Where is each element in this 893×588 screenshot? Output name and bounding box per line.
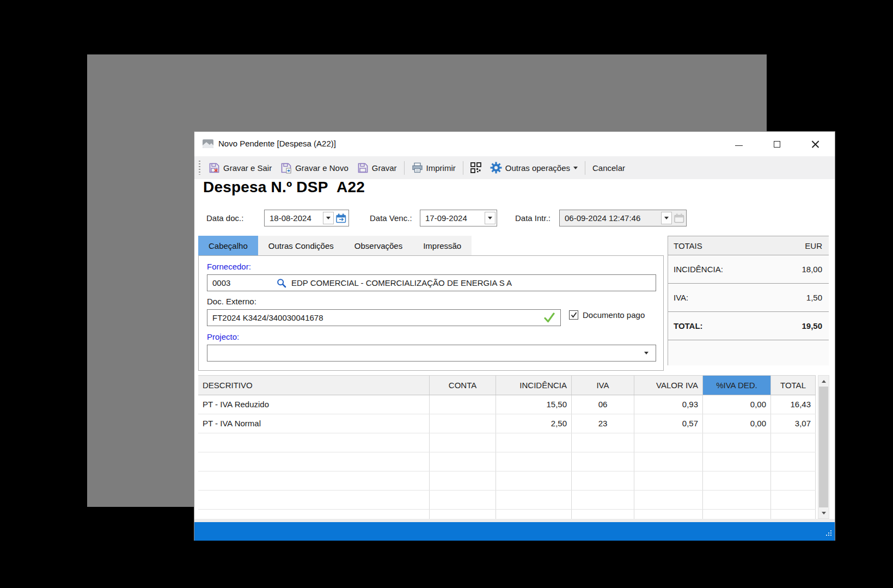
totais-title: TOTAIS — [674, 241, 702, 250]
col-valor-iva[interactable]: VALOR IVA — [634, 376, 703, 395]
cell-iva[interactable]: 23 — [572, 414, 634, 433]
incidencia-label: INCIDÊNCIA: — [674, 265, 723, 274]
chevron-down-icon — [573, 167, 578, 169]
scroll-up-button[interactable] — [818, 376, 829, 387]
resize-grip[interactable] — [826, 535, 827, 536]
cell-iva[interactable]: 06 — [572, 395, 634, 414]
doc-externo-label: Doc. Externo: — [207, 297, 256, 306]
qr-code-icon — [470, 162, 481, 173]
chevron-down-icon — [664, 217, 669, 219]
data-intr-field: 06-09-2024 12:47:46 — [559, 210, 687, 226]
documento-pago-checkbox[interactable]: Documento pago — [569, 310, 645, 320]
gravar-e-sair-button[interactable]: Gravar e Sair — [204, 160, 276, 176]
maximize-button[interactable] — [764, 132, 790, 156]
checkbox-checked-icon — [569, 310, 578, 320]
total-label: TOTAL: — [674, 321, 703, 330]
table-row-empty[interactable] — [198, 491, 816, 510]
table-row-empty[interactable] — [198, 471, 816, 491]
totais-row-iva: IVA: 1,50 — [668, 284, 829, 312]
iva-value: 1,50 — [806, 293, 822, 302]
documento-pago-label: Documento pago — [583, 310, 645, 320]
table-row[interactable]: PT - IVA Reduzido 15,50 06 0,93 0,00 16,… — [198, 395, 816, 414]
iva-label: IVA: — [674, 293, 688, 302]
toolbar-grip[interactable] — [199, 161, 200, 175]
data-venc-field[interactable]: 17-09-2024 — [420, 210, 497, 226]
col-conta[interactable]: CONTA — [430, 376, 496, 395]
data-doc-field[interactable]: 18-08-2024 — [264, 210, 349, 226]
gravar-button[interactable]: Gravar — [353, 160, 401, 176]
header-form-panel: Fornecedor: 0003 EDP COMERCIAL - COMERCI… — [198, 255, 664, 371]
tab-strip: Cabeçalho Outras Condições Observações I… — [198, 236, 472, 255]
cell-incidencia[interactable]: 2,50 — [496, 414, 572, 433]
tab-impressao[interactable]: Impressão — [413, 236, 472, 255]
search-icon[interactable] — [277, 278, 286, 288]
qr-code-button[interactable] — [466, 160, 486, 176]
maximize-icon — [774, 141, 780, 148]
arrow-down-icon — [822, 512, 826, 514]
data-intr-value: 06-09-2024 12:47:46 — [565, 213, 659, 223]
col-descritivo[interactable]: DESCRITIVO — [198, 376, 430, 395]
chevron-down-icon — [488, 217, 492, 219]
gravar-e-novo-button[interactable]: Gravar e Novo — [276, 160, 353, 176]
printer-icon — [412, 162, 423, 173]
data-intr-dropdown[interactable] — [661, 212, 672, 224]
cell-conta[interactable] — [430, 414, 496, 433]
table-row[interactable]: PT - IVA Normal 2,50 23 0,57 0,00 3,07 — [198, 414, 816, 433]
cell-iva-ded[interactable]: 0,00 — [703, 414, 771, 433]
data-venc-dropdown[interactable] — [485, 212, 496, 224]
title-bar[interactable]: Novo Pendente [Despesa (A22)] — [194, 132, 835, 156]
col-iva[interactable]: IVA — [572, 376, 634, 395]
toolbar-separator — [585, 161, 585, 175]
table-row-empty[interactable] — [198, 433, 816, 452]
scroll-down-button[interactable] — [818, 507, 829, 518]
chevron-down-icon — [644, 352, 649, 354]
cell-incidencia[interactable]: 15,50 — [496, 395, 572, 414]
cell-descritivo[interactable]: PT - IVA Normal — [198, 414, 430, 433]
close-button[interactable] — [803, 132, 828, 156]
cell-conta[interactable] — [430, 395, 496, 414]
cell-total[interactable]: 3,07 — [771, 414, 816, 433]
page-title: Despesa N.º DSP A22 — [203, 179, 365, 196]
fornecedor-name: EDP COMERCIAL - COMERCIALIZAÇÃO DE ENERG… — [291, 278, 512, 287]
desktop-background: Novo Pendente [Despesa (A22)] Gravar e S… — [87, 54, 767, 507]
calendar-icon[interactable] — [336, 213, 346, 223]
col-incidencia[interactable]: INCIDÊNCIA — [496, 376, 572, 395]
status-bar — [194, 522, 835, 541]
outras-operacoes-button[interactable]: Outras operações — [486, 160, 582, 176]
col-total[interactable]: TOTAL — [771, 376, 816, 395]
tab-cabecalho[interactable]: Cabeçalho — [198, 236, 258, 255]
data-doc-label: Data doc.: — [206, 213, 243, 223]
lines-table: DESCRITIVO CONTA INCIDÊNCIA IVA VALOR IV… — [198, 375, 816, 519]
cell-valor-iva[interactable]: 0,93 — [634, 395, 703, 414]
table-scrollbar[interactable] — [818, 375, 829, 519]
data-doc-value: 18-08-2024 — [270, 213, 321, 223]
projecto-combobox[interactable] — [207, 345, 656, 362]
cell-descritivo[interactable]: PT - IVA Reduzido — [198, 395, 430, 414]
cell-iva-ded[interactable]: 0,00 — [703, 395, 771, 414]
table-row-empty[interactable] — [198, 510, 816, 519]
table-row-empty[interactable] — [198, 452, 816, 471]
app-icon — [202, 138, 214, 149]
cancelar-button[interactable]: Cancelar — [588, 160, 629, 176]
toolbar: Gravar e Sair Gravar e Novo Gravar Impri… — [194, 156, 835, 179]
data-venc-label: Data Venc.: — [370, 213, 412, 223]
totais-panel: TOTAIS EUR INCIDÊNCIA: 18,00 IVA: 1,50 T… — [668, 236, 829, 365]
minimize-button[interactable] — [726, 132, 751, 156]
fornecedor-input[interactable]: 0003 EDP COMERCIAL - COMERCIALIZAÇÃO DE … — [207, 274, 656, 291]
data-intr-label: Data Intr.: — [515, 213, 551, 223]
scrollbar-thumb[interactable] — [819, 387, 828, 507]
fornecedor-label: Fornecedor: — [207, 262, 251, 271]
cell-valor-iva[interactable]: 0,57 — [634, 414, 703, 433]
col-iva-ded-highlighted[interactable]: %IVA DED. — [703, 376, 771, 395]
tab-outras-condicoes[interactable]: Outras Condições — [258, 236, 344, 255]
doc-externo-input[interactable]: FT2024 K3424/340030041678 — [207, 309, 561, 326]
arrow-up-icon — [822, 380, 826, 383]
imprimir-button[interactable]: Imprimir — [407, 160, 460, 176]
minimize-icon — [735, 145, 743, 146]
tab-observacoes[interactable]: Observações — [344, 236, 413, 255]
toolbar-separator — [404, 161, 405, 175]
data-doc-dropdown[interactable] — [323, 212, 334, 224]
cell-total[interactable]: 16,43 — [771, 395, 816, 414]
calendar-icon-disabled — [674, 213, 684, 223]
valid-check-icon — [543, 313, 555, 323]
